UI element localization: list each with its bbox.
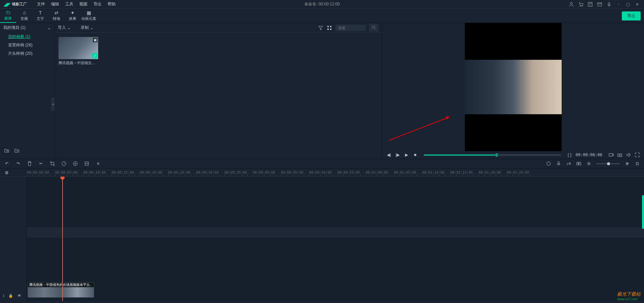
tab-audio[interactable]: ♫ 音频 [16,9,32,23]
green-screen-button[interactable] [84,161,89,166]
track-area-empty [27,177,644,227]
adjust-button[interactable]: ≡ [95,161,101,166]
svg-point-1 [580,6,580,6]
mic-icon[interactable] [606,2,612,7]
menu-view[interactable]: 视图 [79,1,87,7]
zoom-fit-button[interactable]: ⊡ [635,161,640,166]
zoom-thumb[interactable] [607,162,610,165]
fullscreen-icon[interactable] [635,152,640,158]
import-button[interactable]: 导入 ⌄ [58,25,71,31]
save-icon[interactable] [588,2,593,7]
close-icon[interactable]: ✕ [635,2,640,7]
sidebar-collapse-button[interactable]: ◀ [51,97,54,111]
play-button[interactable]: ▶ [404,152,409,158]
progress-thumb[interactable] [495,154,498,157]
zoom-slider[interactable] [596,163,620,164]
render-button[interactable] [576,161,581,166]
tab-effect[interactable]: ✦ 效果 [65,9,81,23]
crop-button[interactable] [50,161,55,166]
redo-button[interactable]: ↷ [15,161,21,166]
menu-export[interactable]: 导出 [93,1,102,7]
ruler-timestamp: 00:01:00:00 [366,171,388,174]
timeline-ruler[interactable]: ⊞ 00:00:00:0000:00:05:0000:00:10:0000:00… [0,169,644,177]
user-icon[interactable] [569,2,574,7]
svg-rect-9 [330,29,331,30]
zoom-out-button[interactable]: ⊖ [586,161,592,166]
color-button[interactable] [73,161,78,166]
tab-transition[interactable]: ⇄ 转场 [48,9,65,23]
new-folder-icon[interactable] [4,148,9,153]
export-button[interactable]: 导出 [622,11,641,20]
media-clip-item[interactable]: ▦ ✓ 腾讯视频－中国领先的在 [58,37,98,66]
scrollbar-indicator[interactable] [642,195,644,229]
svg-point-15 [619,155,620,156]
track-adjust-button[interactable]: ⊞ [4,170,9,175]
preview-controls: ◀| |▶ ▶ ■ { } 00:00:06:06 [382,151,644,159]
voice-button[interactable] [556,161,561,166]
maximize-icon[interactable]: ▢ [625,2,631,7]
record-button[interactable]: 录制 ⌄ [81,25,93,31]
quality-icon[interactable] [608,152,614,158]
ruler-timestamp: 00:00:10:00 [83,171,106,174]
grid-view-icon[interactable] [327,25,332,31]
menu-help[interactable]: 帮助 [108,1,116,7]
split-button[interactable]: ✂ [38,161,44,166]
media-grid: ▦ ✓ 腾讯视频－中国领先的在 [54,33,382,70]
volume-icon[interactable] [626,152,631,158]
search-input[interactable] [335,25,366,31]
tab-media[interactable]: 🗀 媒体 [0,9,16,23]
sidebar-item-intro[interactable]: 片头样例 (20) [0,49,54,58]
video-frame [465,23,562,151]
zoom-in-button[interactable]: ⊕ [625,161,630,166]
lock-icon[interactable]: 🔒 [8,293,13,298]
search-button[interactable] [369,24,378,32]
cart-icon[interactable] [578,2,583,7]
playhead[interactable] [62,177,63,301]
timeline-tracks[interactable]: 1 🔒 👁 腾讯视频－中国领先的在线视频媒体平台, [0,177,644,301]
preview-viewport[interactable] [382,23,644,151]
preview-timecode: 00:00:06:06 [576,153,602,157]
tab-audio-label: 音频 [21,16,28,21]
mixer-button[interactable]: ♪≡ [566,161,571,166]
snapshot-icon[interactable] [617,152,622,158]
check-icon: ✓ [92,53,97,58]
delete-button[interactable] [27,161,32,166]
titlebar: ◢◤ 喵影工厂 文件 编辑 工具 视图 导出 帮助 未命名: 00:00:12:… [0,0,644,9]
message-icon[interactable] [597,2,602,7]
window-controls: － ▢ ✕ [569,2,644,7]
speed-button[interactable] [61,161,67,166]
project-header-label: 我的项目 (1) [3,25,26,31]
stop-button[interactable]: ■ [412,152,418,158]
anim-icon: ▦ [87,10,91,15]
preview-progress[interactable] [424,155,561,156]
ruler-timestamp: 00:00:05:00 [55,171,77,174]
ruler-timestamp: 00:00:45:00 [281,171,303,174]
minimize-icon[interactable]: － [616,2,621,7]
ruler-timestamp: 00:00:20:00 [140,171,162,174]
delete-folder-icon[interactable] [14,148,19,153]
timeline-clip[interactable]: 腾讯视频－中国领先的在线视频媒体平台, [28,282,94,298]
next-frame-button[interactable]: |▶ [395,152,400,158]
undo-button[interactable]: ↶ [4,161,9,166]
menu-tool[interactable]: 工具 [65,1,73,7]
ruler-timestamp: 00:01:10:00 [422,171,444,174]
sidebar-item-bg[interactable]: 背景样例 (26) [0,41,54,49]
marker-button[interactable] [546,161,551,166]
effect-icon: ✦ [71,10,75,15]
tab-text[interactable]: T 文字 [32,9,48,23]
track-area-mid [27,227,644,238]
prev-frame-button[interactable]: ◀| [386,152,392,158]
tab-text-label: 文字 [37,16,44,21]
sidebar-project-header[interactable]: 我的项目 (1) ⌄ [0,23,54,33]
menu-edit[interactable]: 编辑 [51,1,59,7]
sidebar-item-album[interactable]: 我的相册 (1) [0,33,54,41]
menu-file[interactable]: 文件 [37,1,45,7]
svg-rect-20 [558,162,559,164]
tab-media-label: 媒体 [4,16,12,21]
svg-rect-5 [608,2,610,5]
filter-icon[interactable] [318,25,323,31]
svg-rect-8 [327,29,329,30]
tab-anim[interactable]: ▦ 动画元素 [81,9,97,23]
eye-icon[interactable]: 👁 [17,293,22,298]
marker-bracket[interactable]: { } [567,152,572,158]
